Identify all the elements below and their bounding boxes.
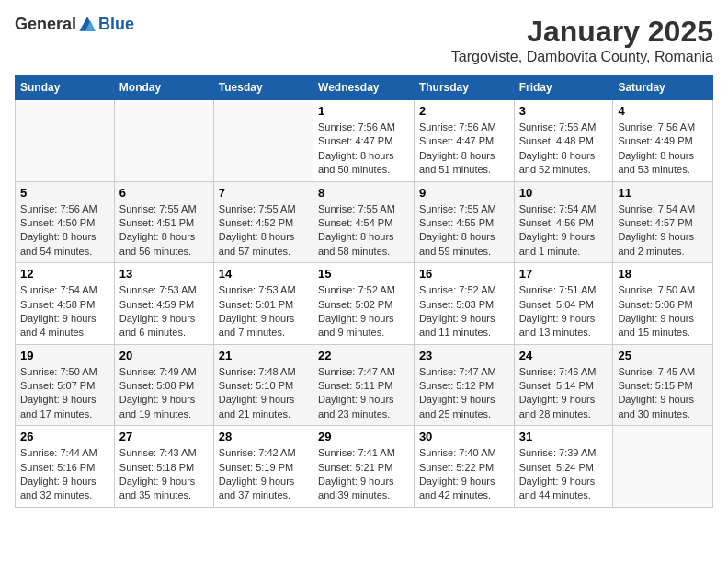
- day-info: Sunrise: 7:50 AM Sunset: 5:06 PM Dayligh…: [618, 283, 708, 340]
- page-header: General Blue January 2025 Targoviste, Da…: [15, 15, 713, 65]
- calendar-cell: 30Sunrise: 7:40 AM Sunset: 5:22 PM Dayli…: [414, 426, 514, 508]
- day-number: 5: [20, 186, 109, 200]
- calendar-week-row: 19Sunrise: 7:50 AM Sunset: 5:07 PM Dayli…: [16, 344, 713, 426]
- day-number: 16: [419, 267, 509, 281]
- day-info: Sunrise: 7:43 AM Sunset: 5:18 PM Dayligh…: [119, 446, 209, 503]
- logo-blue-text: Blue: [98, 15, 134, 34]
- day-number: 27: [119, 430, 209, 443]
- day-info: Sunrise: 7:39 AM Sunset: 5:24 PM Dayligh…: [519, 446, 609, 503]
- calendar-cell: 24Sunrise: 7:46 AM Sunset: 5:14 PM Dayli…: [514, 344, 613, 426]
- day-number: 6: [119, 186, 209, 200]
- day-info: Sunrise: 7:46 AM Sunset: 5:14 PM Dayligh…: [519, 365, 609, 422]
- calendar-cell: 5Sunrise: 7:56 AM Sunset: 4:50 PM Daylig…: [16, 181, 115, 263]
- day-info: Sunrise: 7:47 AM Sunset: 5:12 PM Dayligh…: [419, 365, 509, 422]
- day-number: 28: [219, 430, 308, 443]
- day-info: Sunrise: 7:48 AM Sunset: 5:10 PM Dayligh…: [219, 365, 308, 422]
- day-info: Sunrise: 7:54 AM Sunset: 4:58 PM Dayligh…: [20, 283, 109, 340]
- title-block: January 2025 Targoviste, Dambovita Count…: [451, 15, 713, 65]
- day-number: 4: [618, 104, 708, 118]
- day-number: 1: [318, 104, 409, 118]
- day-info: Sunrise: 7:40 AM Sunset: 5:22 PM Dayligh…: [419, 446, 509, 503]
- logo-icon: [78, 16, 97, 34]
- day-number: 17: [519, 267, 609, 281]
- day-info: Sunrise: 7:54 AM Sunset: 4:57 PM Dayligh…: [618, 202, 708, 259]
- day-number: 22: [318, 349, 409, 362]
- calendar-day-header: Friday: [514, 75, 613, 100]
- calendar-cell: 9Sunrise: 7:55 AM Sunset: 4:55 PM Daylig…: [414, 181, 514, 263]
- calendar-cell: 27Sunrise: 7:43 AM Sunset: 5:18 PM Dayli…: [114, 426, 213, 508]
- calendar-cell: 11Sunrise: 7:54 AM Sunset: 4:57 PM Dayli…: [613, 181, 713, 263]
- calendar-day-header: Sunday: [16, 75, 115, 100]
- day-info: Sunrise: 7:44 AM Sunset: 5:16 PM Dayligh…: [20, 446, 109, 503]
- calendar-week-row: 1Sunrise: 7:56 AM Sunset: 4:47 PM Daylig…: [16, 100, 713, 182]
- day-number: 7: [219, 186, 308, 200]
- day-info: Sunrise: 7:54 AM Sunset: 4:56 PM Dayligh…: [519, 202, 609, 259]
- calendar-cell: 13Sunrise: 7:53 AM Sunset: 4:59 PM Dayli…: [114, 263, 213, 345]
- day-number: 19: [20, 349, 109, 362]
- day-number: 9: [419, 186, 509, 200]
- calendar-cell: [613, 426, 713, 508]
- calendar-cell: 12Sunrise: 7:54 AM Sunset: 4:58 PM Dayli…: [16, 263, 115, 345]
- calendar-cell: 19Sunrise: 7:50 AM Sunset: 5:07 PM Dayli…: [16, 344, 115, 426]
- calendar-day-header: Saturday: [613, 75, 713, 100]
- calendar-cell: 18Sunrise: 7:50 AM Sunset: 5:06 PM Dayli…: [613, 263, 713, 345]
- page-title: January 2025: [451, 15, 713, 49]
- calendar-cell: 14Sunrise: 7:53 AM Sunset: 5:01 PM Dayli…: [213, 263, 313, 345]
- day-number: 26: [20, 430, 109, 443]
- calendar-cell: 28Sunrise: 7:42 AM Sunset: 5:19 PM Dayli…: [213, 426, 313, 508]
- calendar-cell: 26Sunrise: 7:44 AM Sunset: 5:16 PM Dayli…: [16, 426, 115, 508]
- calendar-table: SundayMondayTuesdayWednesdayThursdayFrid…: [15, 75, 713, 508]
- day-info: Sunrise: 7:53 AM Sunset: 5:01 PM Dayligh…: [219, 283, 308, 340]
- calendar-cell: 21Sunrise: 7:48 AM Sunset: 5:10 PM Dayli…: [213, 344, 313, 426]
- calendar-cell: 23Sunrise: 7:47 AM Sunset: 5:12 PM Dayli…: [414, 344, 514, 426]
- calendar-week-row: 5Sunrise: 7:56 AM Sunset: 4:50 PM Daylig…: [16, 181, 713, 263]
- day-number: 29: [318, 430, 409, 443]
- calendar-cell: 4Sunrise: 7:56 AM Sunset: 4:49 PM Daylig…: [613, 100, 713, 182]
- day-number: 20: [119, 349, 209, 362]
- calendar-cell: 16Sunrise: 7:52 AM Sunset: 5:03 PM Dayli…: [414, 263, 514, 345]
- day-number: 21: [219, 349, 308, 362]
- page-subtitle: Targoviste, Dambovita County, Romania: [451, 49, 713, 65]
- calendar-cell: 3Sunrise: 7:56 AM Sunset: 4:48 PM Daylig…: [514, 100, 613, 182]
- day-info: Sunrise: 7:47 AM Sunset: 5:11 PM Dayligh…: [318, 365, 409, 422]
- day-number: 23: [419, 349, 509, 362]
- calendar-cell: [16, 100, 115, 182]
- day-number: 31: [519, 430, 609, 443]
- day-number: 14: [219, 267, 308, 281]
- calendar-cell: [114, 100, 213, 182]
- day-info: Sunrise: 7:56 AM Sunset: 4:48 PM Dayligh…: [519, 121, 609, 178]
- day-number: 24: [519, 349, 609, 362]
- calendar-cell: 7Sunrise: 7:55 AM Sunset: 4:52 PM Daylig…: [213, 181, 313, 263]
- calendar-cell: 25Sunrise: 7:45 AM Sunset: 5:15 PM Dayli…: [613, 344, 713, 426]
- calendar-cell: 22Sunrise: 7:47 AM Sunset: 5:11 PM Dayli…: [313, 344, 415, 426]
- calendar-cell: 31Sunrise: 7:39 AM Sunset: 5:24 PM Dayli…: [514, 426, 613, 508]
- calendar-cell: 20Sunrise: 7:49 AM Sunset: 5:08 PM Dayli…: [114, 344, 213, 426]
- day-number: 3: [519, 104, 609, 118]
- day-info: Sunrise: 7:51 AM Sunset: 5:04 PM Dayligh…: [519, 283, 609, 340]
- day-info: Sunrise: 7:50 AM Sunset: 5:07 PM Dayligh…: [20, 365, 109, 422]
- day-number: 13: [119, 267, 209, 281]
- day-info: Sunrise: 7:56 AM Sunset: 4:47 PM Dayligh…: [318, 121, 409, 178]
- day-info: Sunrise: 7:45 AM Sunset: 5:15 PM Dayligh…: [618, 365, 708, 422]
- day-info: Sunrise: 7:55 AM Sunset: 4:54 PM Dayligh…: [318, 202, 409, 259]
- day-number: 12: [20, 267, 109, 281]
- calendar-day-header: Tuesday: [213, 75, 313, 100]
- calendar-cell: 29Sunrise: 7:41 AM Sunset: 5:21 PM Dayli…: [313, 426, 415, 508]
- calendar-cell: 10Sunrise: 7:54 AM Sunset: 4:56 PM Dayli…: [514, 181, 613, 263]
- day-info: Sunrise: 7:52 AM Sunset: 5:03 PM Dayligh…: [419, 283, 509, 340]
- day-number: 8: [318, 186, 409, 200]
- day-number: 10: [519, 186, 609, 200]
- day-info: Sunrise: 7:53 AM Sunset: 4:59 PM Dayligh…: [119, 283, 209, 340]
- day-number: 2: [419, 104, 509, 118]
- day-number: 30: [419, 430, 509, 443]
- day-number: 15: [318, 267, 409, 281]
- calendar-cell: [213, 100, 313, 182]
- calendar-header-row: SundayMondayTuesdayWednesdayThursdayFrid…: [16, 75, 713, 100]
- day-info: Sunrise: 7:56 AM Sunset: 4:49 PM Dayligh…: [618, 121, 708, 178]
- calendar-cell: 15Sunrise: 7:52 AM Sunset: 5:02 PM Dayli…: [313, 263, 415, 345]
- day-info: Sunrise: 7:52 AM Sunset: 5:02 PM Dayligh…: [318, 283, 409, 340]
- day-number: 25: [618, 349, 708, 362]
- day-number: 11: [618, 186, 708, 200]
- day-info: Sunrise: 7:42 AM Sunset: 5:19 PM Dayligh…: [219, 446, 308, 503]
- calendar-cell: 1Sunrise: 7:56 AM Sunset: 4:47 PM Daylig…: [313, 100, 415, 182]
